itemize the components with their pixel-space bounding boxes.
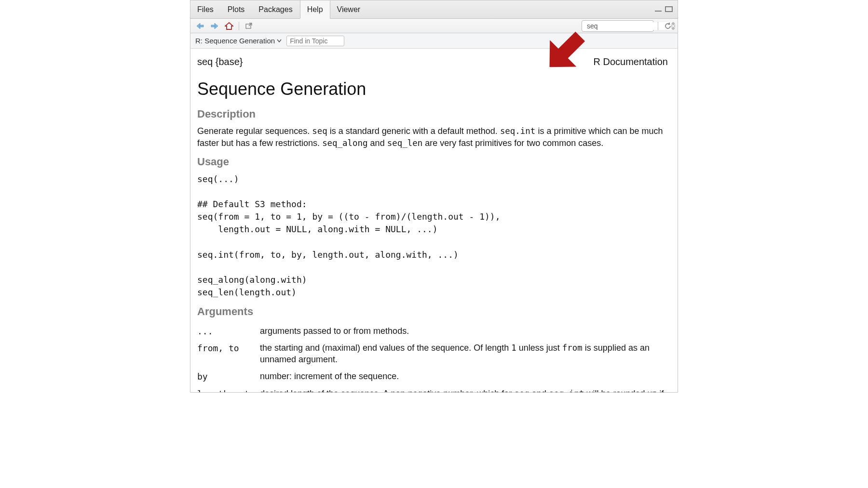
breadcrumb-label: R: Sequence Generation xyxy=(195,37,275,45)
arg-desc: desired length of the sequence. A non-ne… xyxy=(260,385,668,392)
separator xyxy=(658,22,658,30)
svg-rect-0 xyxy=(655,11,662,12)
forward-button[interactable] xyxy=(209,21,220,31)
section-description: Description xyxy=(197,108,668,120)
package-header: seq {base} xyxy=(197,56,243,67)
arg-name: length.out xyxy=(197,385,260,392)
svg-rect-2 xyxy=(200,25,203,27)
help-content: seq {base} R Documentation Sequence Gene… xyxy=(190,49,678,392)
tab-plots[interactable]: Plots xyxy=(221,0,252,18)
table-row: ... arguments passed to or from methods. xyxy=(197,323,668,340)
home-button[interactable] xyxy=(223,21,235,31)
usage-block: seq(...) ## Default S3 method: seq(from … xyxy=(197,173,668,299)
svg-rect-3 xyxy=(211,25,215,27)
help-toolbar xyxy=(190,19,678,33)
section-usage: Usage xyxy=(197,156,668,168)
window-controls xyxy=(654,0,678,18)
popout-button[interactable] xyxy=(243,21,255,31)
maximize-icon[interactable] xyxy=(665,5,673,14)
tab-files[interactable]: Files xyxy=(190,0,221,18)
page-title: Sequence Generation xyxy=(197,79,668,99)
arguments-table: ... arguments passed to or from methods.… xyxy=(197,323,668,392)
arg-desc: arguments passed to or from methods. xyxy=(260,323,668,340)
minimize-icon[interactable] xyxy=(654,5,662,14)
arg-desc: number: increment of the sequence. xyxy=(260,368,668,385)
chevron-down-icon xyxy=(277,39,282,43)
back-button[interactable] xyxy=(194,21,206,31)
find-in-topic-input[interactable] xyxy=(286,36,344,46)
arg-name: ... xyxy=(197,323,260,340)
help-pane: Files Plots Packages Help Viewer xyxy=(190,0,678,393)
doc-header: seq {base} R Documentation xyxy=(197,54,668,72)
arg-desc: the starting and (maximal) end values of… xyxy=(260,340,668,368)
arg-name: from, to xyxy=(197,340,260,368)
tab-packages[interactable]: Packages xyxy=(252,0,299,18)
table-row: by number: increment of the sequence. xyxy=(197,368,668,385)
tabbar: Files Plots Packages Help Viewer xyxy=(190,0,678,19)
breadcrumb[interactable]: R: Sequence Generation xyxy=(195,37,282,45)
section-arguments: Arguments xyxy=(197,305,668,318)
table-row: length.out desired length of the sequenc… xyxy=(197,385,668,392)
help-search-box[interactable] xyxy=(582,20,654,32)
rdoc-label: R Documentation xyxy=(593,56,668,67)
help-search-input[interactable] xyxy=(585,22,671,30)
help-breadcrumb-bar: R: Sequence Generation xyxy=(190,33,678,49)
svg-rect-1 xyxy=(665,7,672,12)
arg-name: by xyxy=(197,368,260,385)
description-text: Generate regular sequences. seq is a sta… xyxy=(197,125,668,149)
tab-viewer[interactable]: Viewer xyxy=(330,0,368,18)
table-row: from, to the starting and (maximal) end … xyxy=(197,340,668,368)
separator xyxy=(239,22,239,30)
tab-help[interactable]: Help xyxy=(300,0,330,19)
spacer xyxy=(367,0,654,18)
refresh-button[interactable] xyxy=(662,21,674,31)
